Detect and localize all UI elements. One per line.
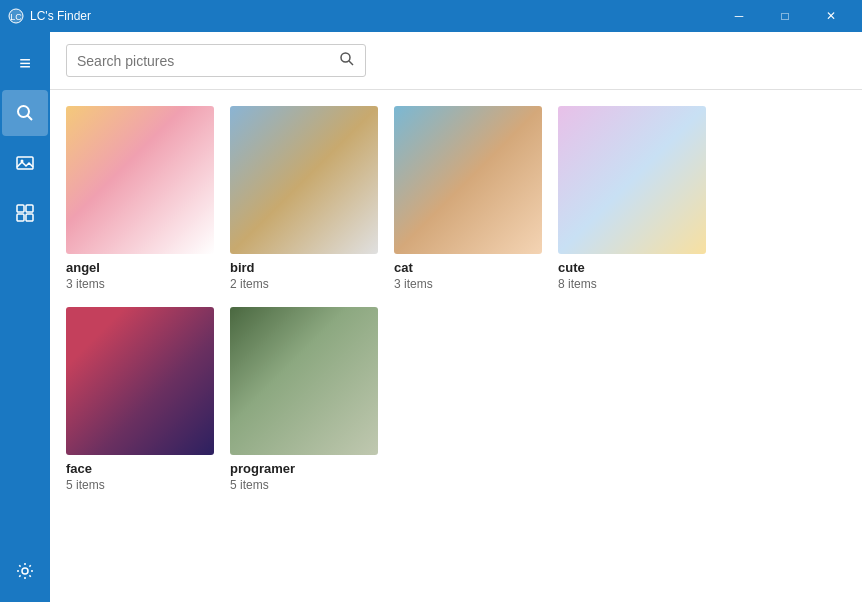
gallery-label-face: face <box>66 461 214 476</box>
gallery-thumb-visual-angel <box>66 106 214 254</box>
gallery-item-bird[interactable]: bird 2 items <box>230 106 378 291</box>
gallery-thumb-visual-face <box>66 307 214 455</box>
gallery-count-cat: 3 items <box>394 277 542 291</box>
gallery-thumb-bird <box>230 106 378 254</box>
settings-icon <box>15 561 35 581</box>
app-body: ≡ <box>0 32 862 602</box>
search-submit-icon <box>339 51 355 67</box>
search-icon <box>15 103 35 123</box>
gallery-label-cute: cute <box>558 260 706 275</box>
gallery-item-cute[interactable]: cute 8 items <box>558 106 706 291</box>
gallery-thumb-cat <box>394 106 542 254</box>
app-title: LC's Finder <box>30 9 716 23</box>
gallery-label-bird: bird <box>230 260 378 275</box>
search-bar <box>50 32 862 90</box>
gallery-item-programer[interactable]: programer 5 items <box>230 307 378 492</box>
titlebar: LC LC's Finder ─ □ ✕ <box>0 0 862 32</box>
svg-line-3 <box>28 116 33 121</box>
sidebar-item-collections[interactable] <box>2 190 48 236</box>
svg-line-12 <box>349 61 353 65</box>
minimize-button[interactable]: ─ <box>716 0 762 32</box>
search-input-wrapper <box>66 44 366 77</box>
gallery-count-cute: 8 items <box>558 277 706 291</box>
gallery-thumb-visual-cute <box>558 106 706 254</box>
sidebar-item-menu[interactable]: ≡ <box>2 40 48 86</box>
gallery-thumb-visual-bird <box>230 106 378 254</box>
sidebar-item-images[interactable] <box>2 140 48 186</box>
gallery-label-programer: programer <box>230 461 378 476</box>
gallery-label-cat: cat <box>394 260 542 275</box>
gallery-thumb-visual-cat <box>394 106 542 254</box>
svg-rect-4 <box>17 157 33 169</box>
gallery-thumb-visual-programer <box>230 307 378 455</box>
gallery-count-programer: 5 items <box>230 478 378 492</box>
sidebar-item-settings[interactable] <box>2 548 48 594</box>
gallery-thumb-programer <box>230 307 378 455</box>
close-button[interactable]: ✕ <box>808 0 854 32</box>
gallery-thumb-angel <box>66 106 214 254</box>
gallery-label-angel: angel <box>66 260 214 275</box>
app-icon: LC <box>8 8 24 24</box>
sidebar: ≡ <box>0 32 50 602</box>
svg-rect-9 <box>26 214 33 221</box>
gallery-item-cat[interactable]: cat 3 items <box>394 106 542 291</box>
gallery-item-face[interactable]: face 5 items <box>66 307 214 492</box>
gallery: angel 3 items bird 2 items cat 3 items c… <box>50 90 862 602</box>
svg-point-11 <box>341 53 350 62</box>
gallery-thumb-face <box>66 307 214 455</box>
search-submit-button[interactable] <box>339 51 355 70</box>
svg-rect-7 <box>26 205 33 212</box>
svg-text:LC: LC <box>10 12 22 22</box>
svg-rect-6 <box>17 205 24 212</box>
maximize-button[interactable]: □ <box>762 0 808 32</box>
window-controls: ─ □ ✕ <box>716 0 854 32</box>
gallery-count-face: 5 items <box>66 478 214 492</box>
images-icon <box>15 153 35 173</box>
svg-point-10 <box>22 568 28 574</box>
sidebar-item-search[interactable] <box>2 90 48 136</box>
gallery-thumb-cute <box>558 106 706 254</box>
collections-icon <box>15 203 35 223</box>
svg-point-2 <box>18 106 29 117</box>
svg-rect-8 <box>17 214 24 221</box>
main-content: angel 3 items bird 2 items cat 3 items c… <box>50 32 862 602</box>
gallery-count-bird: 2 items <box>230 277 378 291</box>
gallery-grid: angel 3 items bird 2 items cat 3 items c… <box>66 106 846 492</box>
gallery-count-angel: 3 items <box>66 277 214 291</box>
search-input[interactable] <box>77 53 339 69</box>
gallery-item-angel[interactable]: angel 3 items <box>66 106 214 291</box>
